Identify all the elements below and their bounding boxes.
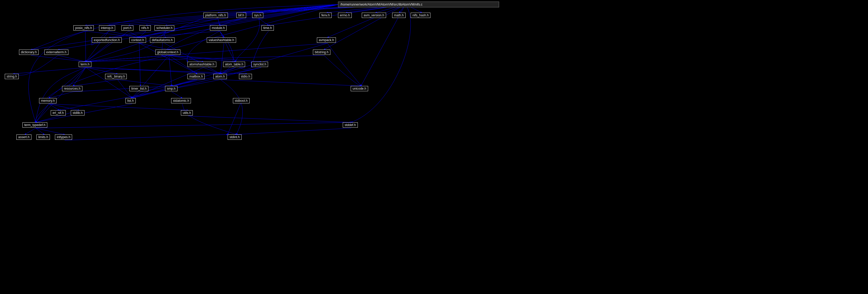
node-bitstring-h[interactable]: bitstring.h xyxy=(313,49,330,55)
node-dictionary-h[interactable]: dictionary.h xyxy=(19,49,38,55)
svg-line-49 xyxy=(169,56,203,62)
svg-line-44 xyxy=(220,43,328,74)
svg-line-86 xyxy=(228,98,243,135)
svg-line-37 xyxy=(86,43,109,62)
node-atom-h[interactable]: atom.h xyxy=(213,74,227,79)
svg-line-47 xyxy=(58,56,86,62)
svg-line-19 xyxy=(328,4,405,37)
svg-line-64 xyxy=(203,68,220,74)
node-nifs-hash-h[interactable]: nifs_hash.h xyxy=(411,13,430,18)
node-memory-h[interactable]: memory.h xyxy=(39,98,57,103)
node-valueshashtable-h[interactable]: valueshashtable.h xyxy=(207,37,236,43)
svg-line-26 xyxy=(85,31,86,62)
svg-line-93 xyxy=(36,122,351,128)
svg-line-48 xyxy=(86,56,169,62)
svg-line-39 xyxy=(139,43,169,49)
svg-line-17 xyxy=(169,4,338,49)
node-externalterm-h[interactable]: externalterm.h xyxy=(44,49,68,55)
node-stdio-h[interactable]: stdio.h xyxy=(239,74,252,79)
node-stdint-h[interactable]: stdint.h xyxy=(228,135,242,140)
svg-line-18 xyxy=(164,4,338,37)
svg-line-66 xyxy=(220,68,236,74)
node-atomshashtable-h[interactable]: atomshashtable.h xyxy=(187,62,216,67)
node-globalcontext-h[interactable]: globalcontext.h xyxy=(155,49,180,55)
svg-line-74 xyxy=(118,80,172,86)
svg-line-51 xyxy=(169,56,261,62)
node-math-h[interactable]: math.h xyxy=(392,13,406,18)
node-stdatomic-h[interactable]: stdatomic.h xyxy=(171,98,191,103)
node-time-h[interactable]: time.h xyxy=(261,25,274,31)
svg-line-38 xyxy=(86,43,139,62)
svg-line-12 xyxy=(165,4,338,25)
svg-line-89 xyxy=(188,116,351,122)
node-port-h[interactable]: port.h xyxy=(121,25,133,31)
node-context-h[interactable]: context.h xyxy=(129,37,146,43)
svg-line-33 xyxy=(109,31,146,37)
svg-line-65 xyxy=(132,68,203,98)
node-interop-h[interactable]: interop.h xyxy=(99,25,115,31)
node-unicode-h[interactable]: unicode.h xyxy=(351,86,368,91)
node-platform-nifs-h[interactable]: platform_nifs.h xyxy=(203,13,228,18)
svg-line-81 xyxy=(172,92,182,98)
node-mailbox-h[interactable]: mailbox.h xyxy=(187,74,205,79)
node-posix-nifs-h[interactable]: posix_nifs.h xyxy=(73,25,94,31)
svg-line-54 xyxy=(132,56,169,98)
svg-line-58 xyxy=(86,68,220,74)
node-stdbool-h[interactable]: stdbool.h xyxy=(233,98,250,103)
node-errno-h[interactable]: errno.h xyxy=(338,13,352,18)
node-fenv-h[interactable]: fenv.h xyxy=(319,13,332,18)
node-scheduler-h[interactable]: scheduler.h xyxy=(154,25,174,31)
svg-line-46 xyxy=(31,56,86,62)
svg-line-27 xyxy=(85,31,139,37)
node-stdlib-h[interactable]: stdlib.h xyxy=(71,110,85,115)
svg-line-42 xyxy=(164,43,220,74)
svg-line-85 xyxy=(36,104,49,122)
svg-line-43 xyxy=(220,43,224,74)
node-avm-version-h[interactable]: avm_version.h xyxy=(362,13,386,18)
svg-line-87 xyxy=(36,116,59,122)
svg-line-68 xyxy=(132,68,261,98)
node-nifs-h[interactable]: nifs.h xyxy=(140,25,151,31)
svg-line-72 xyxy=(73,80,118,86)
node-exportedfunction-h[interactable]: exportedfunction.h xyxy=(92,37,122,43)
node-smp-h[interactable]: smp.h xyxy=(165,86,178,91)
svg-line-59 xyxy=(13,68,86,74)
svg-line-94 xyxy=(236,128,351,135)
node-timer-list-h[interactable]: timer_list.h xyxy=(129,86,148,91)
node-string-h[interactable]: string.h xyxy=(5,74,19,79)
node-limits-h[interactable]: limits.h xyxy=(36,135,50,140)
svg-line-70 xyxy=(172,80,197,86)
svg-line-40 xyxy=(139,43,197,74)
node-sys-h[interactable]: sys.h xyxy=(252,13,263,18)
svg-line-60 xyxy=(49,68,86,98)
svg-line-95 xyxy=(65,135,228,140)
node-bif-h[interactable]: bif.h xyxy=(236,13,246,18)
node-term-h[interactable]: term.h xyxy=(79,62,91,67)
svg-line-10 xyxy=(129,4,338,25)
svg-line-78 xyxy=(73,86,172,92)
svg-line-84 xyxy=(49,104,188,110)
node-list-h[interactable]: list.h xyxy=(125,98,136,103)
svg-line-30 xyxy=(86,31,129,62)
node-assert-h[interactable]: assert.h xyxy=(17,135,31,140)
node-avmpack-h[interactable]: avmpack.h xyxy=(317,37,336,43)
node-term-typedef-h[interactable]: term_typedef.h xyxy=(23,122,47,127)
svg-line-75 xyxy=(220,80,361,86)
svg-line-28 xyxy=(86,31,109,62)
svg-line-90 xyxy=(25,128,36,135)
svg-line-57 xyxy=(73,68,86,86)
node-resources-h[interactable]: resources.h xyxy=(62,86,83,91)
node-inttypes-h[interactable]: inttypes.h xyxy=(55,135,72,140)
node-module-h[interactable]: module.h xyxy=(210,25,226,31)
node-erl-nif-h[interactable]: erl_nif.h xyxy=(51,110,66,115)
node-stddef-h[interactable]: stddef.h xyxy=(343,122,358,127)
svg-line-76 xyxy=(59,80,220,110)
node-synclist-h[interactable]: synclist.h xyxy=(251,62,268,67)
svg-line-35 xyxy=(139,31,220,37)
node-defaultatoms-h[interactable]: defaultatoms.h xyxy=(150,37,175,43)
node-atom-table-h[interactable]: atom_table.h xyxy=(223,62,245,67)
node-utils-h[interactable]: utils.h xyxy=(181,110,193,115)
svg-line-55 xyxy=(86,56,324,62)
title-node: /home/runner/work/AtomVM/AtomVM/src/libA… xyxy=(338,2,499,7)
node-refc-binary-h[interactable]: refc_binary.h xyxy=(105,74,127,79)
